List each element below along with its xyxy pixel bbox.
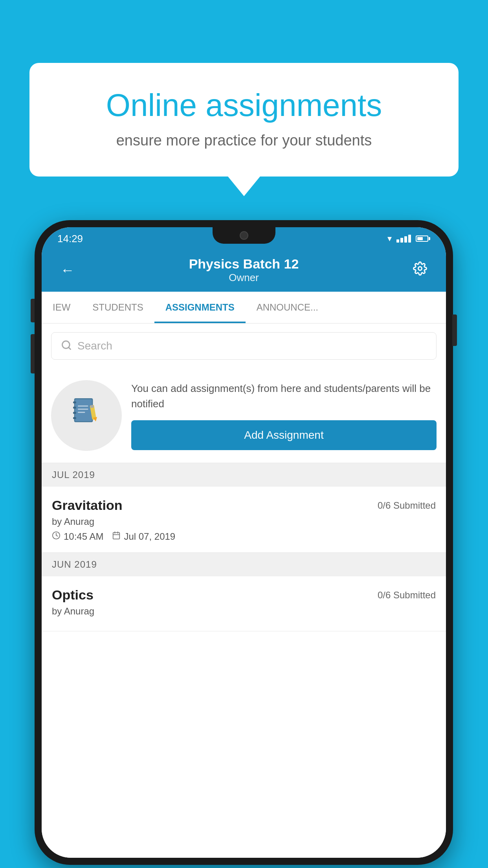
signal-icon	[396, 235, 411, 243]
svg-rect-7	[73, 412, 76, 414]
assignment-author-optics: by Anurag	[52, 606, 436, 617]
wifi-icon: ▾	[387, 234, 392, 244]
add-assignment-description: You can add assignment(s) from here and …	[131, 381, 437, 412]
header-title-group: Physics Batch 12 Owner	[78, 256, 410, 284]
assignment-name-optics: Optics	[52, 587, 94, 603]
assignment-author-gravitation: by Anurag	[52, 516, 436, 527]
status-time: 14:29	[57, 233, 83, 245]
phone-wrapper: 14:29 ▾	[35, 220, 453, 865]
content-area: Search	[42, 324, 446, 858]
phone-notch	[213, 227, 275, 244]
assignment-time-gravitation: 10:45 AM	[52, 531, 103, 542]
battery-icon	[416, 235, 430, 242]
assignment-meta-gravitation: 10:45 AM Jul 07, 201	[52, 531, 436, 542]
svg-rect-16	[113, 533, 120, 539]
add-assignment-section: You can add assignment(s) from here and …	[42, 368, 446, 463]
assignment-submitted-optics: 0/6 Submitted	[378, 590, 436, 601]
speech-bubble: Online assignments ensure more practice …	[29, 63, 459, 177]
assignment-item-optics[interactable]: Optics 0/6 Submitted by Anurag	[42, 576, 446, 631]
phone-side-button-right	[452, 314, 457, 346]
svg-line-2	[68, 347, 70, 349]
search-icon	[61, 340, 72, 352]
assignment-top-optics: Optics 0/6 Submitted	[52, 587, 436, 603]
section-header-jul: JUL 2019	[42, 463, 446, 487]
app-header: ← Physics Batch 12 Owner	[42, 250, 446, 292]
assignment-date-value: Jul 07, 2019	[124, 531, 175, 542]
status-icons: ▾	[387, 234, 430, 244]
phone-side-button-left-2	[31, 334, 35, 373]
tab-students[interactable]: STUDENTS	[81, 292, 154, 323]
assignment-item-gravitation[interactable]: Gravitation 0/6 Submitted by Anurag	[42, 487, 446, 553]
notebook-icon	[70, 395, 103, 436]
search-placeholder: Search	[77, 340, 112, 352]
assignment-time-value: 10:45 AM	[64, 531, 103, 542]
svg-rect-6	[73, 406, 76, 408]
tab-assignments[interactable]: ASSIGNMENTS	[154, 292, 246, 323]
clock-icon	[52, 531, 61, 542]
svg-rect-8	[73, 417, 76, 419]
svg-rect-9	[77, 406, 88, 407]
header-subtitle: Owner	[78, 272, 410, 284]
back-button[interactable]: ←	[57, 260, 78, 280]
svg-rect-11	[77, 412, 85, 413]
section-header-jun: JUN 2019	[42, 553, 446, 576]
speech-bubble-title: Online assignments	[61, 86, 427, 124]
svg-rect-4	[75, 399, 92, 421]
phone-camera	[240, 231, 248, 240]
phone-outer: 14:29 ▾	[35, 220, 453, 865]
phone-side-button-left-1	[31, 299, 35, 322]
speech-bubble-wrapper: Online assignments ensure more practice …	[29, 63, 459, 177]
svg-point-0	[418, 267, 422, 270]
add-assignment-button[interactable]: Add Assignment	[131, 420, 437, 450]
settings-button[interactable]	[410, 258, 430, 282]
svg-rect-14	[90, 405, 94, 408]
tab-announcements[interactable]: ANNOUNCE...	[246, 292, 329, 323]
speech-bubble-subtitle: ensure more practice for your students	[61, 132, 427, 149]
assignment-date-gravitation: Jul 07, 2019	[112, 531, 175, 542]
assignment-icon-circle	[51, 380, 122, 451]
phone-screen: 14:29 ▾	[42, 227, 446, 858]
svg-rect-5	[73, 401, 76, 403]
svg-rect-10	[77, 409, 88, 410]
assignment-name-gravitation: Gravitation	[52, 498, 122, 513]
assignment-submitted-gravitation: 0/6 Submitted	[378, 500, 436, 511]
tab-iew[interactable]: IEW	[42, 292, 81, 323]
search-bar[interactable]: Search	[51, 332, 437, 360]
add-assignment-right: You can add assignment(s) from here and …	[131, 381, 437, 450]
tabs-bar: IEW STUDENTS ASSIGNMENTS ANNOUNCE...	[42, 292, 446, 324]
header-title: Physics Batch 12	[78, 256, 410, 272]
assignment-top-gravitation: Gravitation 0/6 Submitted	[52, 498, 436, 513]
calendar-icon	[112, 531, 121, 542]
